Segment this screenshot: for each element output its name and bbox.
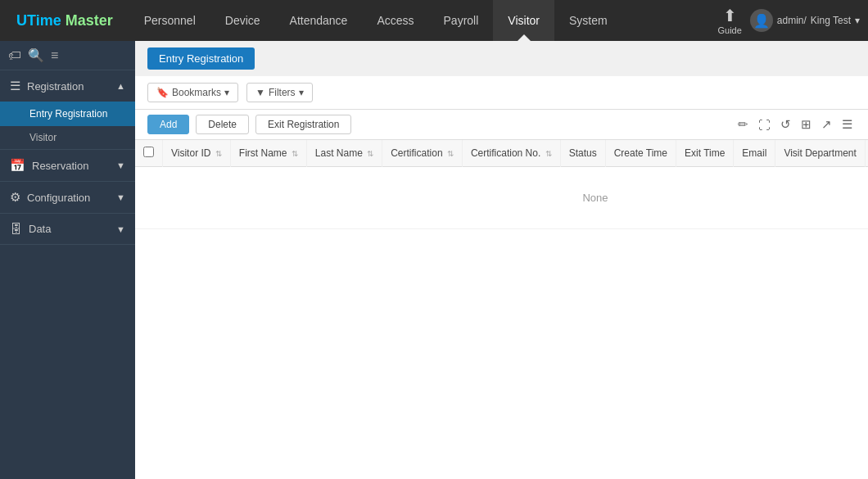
- delete-button[interactable]: Delete: [196, 115, 249, 134]
- guide-button[interactable]: ⬆ Guide: [717, 6, 741, 35]
- nav-menu: Personnel Device Attendance Access Payro…: [129, 0, 718, 41]
- main-layout: 🏷 🔍 ≡ ☰ Registration ▲ Entry Registratio…: [0, 41, 868, 479]
- nav-personnel[interactable]: Personnel: [129, 0, 210, 41]
- expand-icon-button[interactable]: ⛶: [755, 116, 774, 133]
- sidebar-section-configuration-header[interactable]: ⚙ Configuration ▼: [0, 182, 135, 213]
- toolbar: 🔖 Bookmarks ▾ ▼ Filters ▾: [135, 76, 868, 110]
- list-icon[interactable]: ≡: [51, 48, 58, 63]
- configuration-section-icon: ⚙: [10, 190, 20, 205]
- sidebar-section-configuration: ⚙ Configuration ▼: [0, 182, 135, 214]
- add-button[interactable]: Add: [147, 115, 189, 134]
- bookmarks-chevron-icon: ▾: [224, 87, 229, 98]
- configuration-section-label: Configuration: [27, 192, 90, 204]
- col-host-visited: Host/Visited: [865, 140, 868, 167]
- sidebar-section-data: 🗄 Data ▼: [0, 214, 135, 245]
- col-visit-department: Visit Department: [775, 140, 865, 167]
- sidebar-section-registration: ☰ Registration ▲ Entry Registration Visi…: [0, 70, 135, 150]
- certification-sort-icon: ⇅: [447, 149, 454, 158]
- data-table-container[interactable]: Visitor ID ⇅ First Name ⇅ Last Name ⇅: [135, 140, 868, 479]
- registration-section-icon: ☰: [10, 79, 20, 93]
- sidebar-section-reservation: 📅 Reservation ▼: [0, 150, 135, 182]
- reservation-section-label: Reservation: [32, 160, 88, 172]
- col-first-name[interactable]: First Name ⇅: [230, 140, 306, 167]
- table-empty-row: None: [135, 167, 868, 229]
- sidebar-top-icons: 🏷 🔍 ≡: [0, 41, 135, 70]
- main-content: Entry Registration 🔖 Bookmarks ▾ ▼ Filte…: [135, 41, 868, 479]
- visitor-id-sort-icon: ⇅: [215, 149, 222, 158]
- certification-no-sort-icon: ⇅: [545, 149, 552, 158]
- app-logo: UTime Master: [8, 12, 121, 29]
- reservation-section-icon: 📅: [10, 158, 25, 173]
- sidebar-section-data-header[interactable]: 🗄 Data ▼: [0, 214, 135, 244]
- top-navigation: UTime Master Personnel Device Attendance…: [0, 0, 868, 41]
- col-certification[interactable]: Certification ⇅: [382, 140, 463, 167]
- checkbox-header[interactable]: [135, 140, 163, 167]
- filters-chevron-icon: ▾: [299, 87, 304, 98]
- sidebar: 🏷 🔍 ≡ ☰ Registration ▲ Entry Registratio…: [0, 41, 135, 479]
- columns-icon-button[interactable]: ⊞: [798, 115, 815, 133]
- export-icon-button[interactable]: ↗: [818, 115, 835, 133]
- exit-registration-button[interactable]: Exit Registration: [255, 115, 351, 134]
- user-avatar: 👤: [750, 9, 773, 32]
- edit-icon-button[interactable]: ✏: [735, 115, 752, 133]
- filter-icon: ▼: [255, 87, 265, 98]
- user-name: King Test: [811, 15, 851, 26]
- select-all-checkbox[interactable]: [143, 147, 154, 157]
- bookmarks-button[interactable]: 🔖 Bookmarks ▾: [147, 83, 238, 102]
- data-section-label: Data: [29, 223, 51, 235]
- guide-icon: ⬆: [723, 6, 737, 25]
- registration-section-items: Entry Registration Visitor: [0, 102, 135, 149]
- nav-payroll[interactable]: Payroll: [429, 0, 494, 41]
- user-prefix: admin/: [777, 15, 807, 26]
- filters-button[interactable]: ▼ Filters ▾: [246, 83, 313, 102]
- logo-master: Master: [66, 12, 113, 29]
- settings-icon-button[interactable]: ☰: [839, 115, 856, 133]
- filters-label: Filters: [269, 87, 296, 98]
- content-header: Entry Registration: [135, 41, 868, 76]
- nav-visitor[interactable]: Visitor: [493, 0, 554, 41]
- nav-access[interactable]: Access: [362, 0, 428, 41]
- tag-icon[interactable]: 🏷: [8, 48, 21, 63]
- col-certification-no[interactable]: Certification No. ⇅: [462, 140, 560, 167]
- refresh-icon-button[interactable]: ↺: [777, 115, 794, 133]
- table-header-row: Visitor ID ⇅ First Name ⇅ Last Name ⇅: [135, 140, 868, 167]
- first-name-sort-icon: ⇅: [292, 149, 298, 158]
- logo-time: Time: [27, 12, 66, 29]
- col-visitor-id[interactable]: Visitor ID ⇅: [163, 140, 231, 167]
- icon-buttons-group: ✏ ⛶ ↺ ⊞ ↗ ☰: [735, 115, 856, 133]
- last-name-sort-icon: ⇅: [367, 149, 373, 158]
- sidebar-item-entry-registration[interactable]: Entry Registration: [0, 102, 135, 126]
- actions-bar: Add Delete Exit Registration ✏ ⛶ ↺ ⊞ ↗ ☰: [135, 110, 868, 140]
- col-create-time: Create Time: [605, 140, 676, 167]
- col-last-name[interactable]: Last Name ⇅: [306, 140, 382, 167]
- guide-label: Guide: [717, 25, 741, 35]
- entry-registration-tab-button[interactable]: Entry Registration: [147, 47, 255, 70]
- nav-system[interactable]: System: [554, 0, 622, 41]
- bookmarks-label: Bookmarks: [172, 87, 221, 98]
- search-icon[interactable]: 🔍: [28, 47, 44, 63]
- user-dropdown-icon: ▾: [855, 15, 860, 26]
- data-chevron-icon: ▼: [116, 224, 125, 234]
- nav-attendance[interactable]: Attendance: [275, 0, 363, 41]
- col-status: Status: [560, 140, 605, 167]
- registration-chevron-icon: ▲: [116, 81, 125, 91]
- sidebar-section-reservation-header[interactable]: 📅 Reservation ▼: [0, 150, 135, 181]
- user-menu[interactable]: 👤 admin/King Test ▾: [750, 9, 860, 32]
- sidebar-item-visitor[interactable]: Visitor: [0, 126, 135, 149]
- reservation-chevron-icon: ▼: [116, 160, 125, 170]
- data-section-icon: 🗄: [10, 222, 22, 236]
- logo-utime: U: [16, 12, 27, 29]
- col-email: Email: [734, 140, 775, 167]
- data-table: Visitor ID ⇅ First Name ⇅ Last Name ⇅: [135, 140, 868, 229]
- empty-state-text: None: [135, 167, 868, 229]
- col-exit-time: Exit Time: [676, 140, 734, 167]
- bookmark-icon: 🔖: [156, 87, 169, 98]
- nav-device[interactable]: Device: [210, 0, 275, 41]
- nav-right-section: ⬆ Guide 👤 admin/King Test ▾: [717, 6, 860, 35]
- configuration-chevron-icon: ▼: [116, 192, 125, 202]
- registration-section-label: Registration: [27, 80, 84, 93]
- sidebar-section-registration-header[interactable]: ☰ Registration ▲: [0, 70, 135, 102]
